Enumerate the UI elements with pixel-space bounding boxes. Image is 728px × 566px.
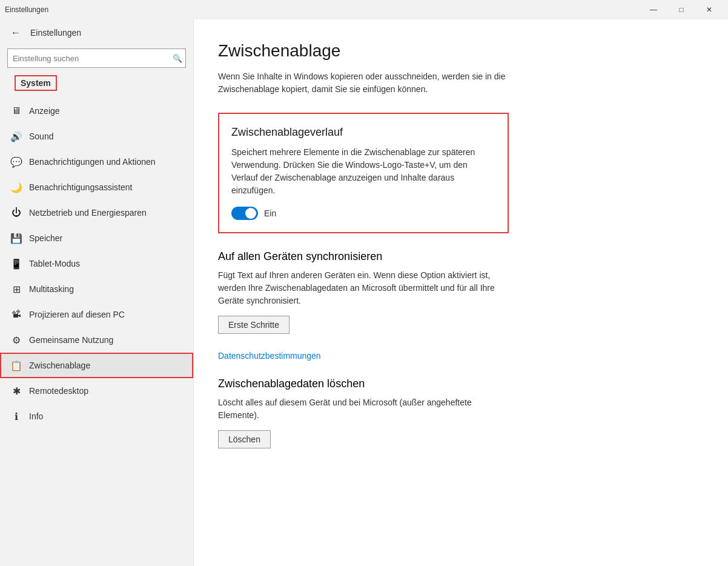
sidebar-item-nutzung[interactable]: ⚙ Gemeinsame Nutzung <box>0 327 193 353</box>
history-toggle[interactable] <box>231 207 258 220</box>
sync-section-title: Auf allen Geräten synchronisieren <box>218 250 509 263</box>
titlebar-controls: — □ ✕ <box>640 0 723 19</box>
app-container: ← Einstellungen 🔍 System 🖥 Anzeige 🔊 Sou… <box>0 19 728 566</box>
titlebar: Einstellungen — □ ✕ <box>0 0 728 19</box>
sync-section: Auf allen Geräten synchronisieren Fügt T… <box>218 250 509 334</box>
privacy-link[interactable]: Datenschutzbestimmungen <box>218 351 321 361</box>
sidebar-app-title: Einstellungen <box>30 28 81 38</box>
search-input[interactable] <box>7 48 186 68</box>
sidebar-item-anzeige[interactable]: 🖥 Anzeige <box>0 98 193 124</box>
page-title: Zwischenablage <box>218 41 704 61</box>
content-area: Zwischenablage Wenn Sie Inhalte in Windo… <box>194 19 728 566</box>
sidebar-item-label-projizieren: Projizieren auf diesen PC <box>29 310 125 319</box>
projizieren-icon: 📽 <box>11 309 22 320</box>
delete-section-desc: Löscht alles auf diesem Gerät und bei Mi… <box>218 396 509 422</box>
sidebar-item-label-remotedesktop: Remotedesktop <box>29 386 88 396</box>
sidebar-top: ← Einstellungen <box>0 19 193 46</box>
toggle-row: Ein <box>231 207 495 220</box>
sidebar-item-benachrichtigungen[interactable]: 💬 Benachrichtigungen und Aktionen <box>0 149 193 175</box>
nav-list: 🖥 Anzeige 🔊 Sound 💬 Benachrichtigungen u… <box>0 98 193 429</box>
privacy-section: Datenschutzbestimmungen <box>218 351 704 361</box>
assistent-icon: 🌙 <box>11 182 22 193</box>
sidebar-item-netzbetrieb[interactable]: ⏻ Netzbetrieb und Energiesparen <box>0 200 193 225</box>
sync-section-desc: Fügt Text auf Ihren anderen Geräten ein.… <box>218 269 509 307</box>
sidebar-item-sound[interactable]: 🔊 Sound <box>0 124 193 149</box>
history-section-title: Zwischenablageverlauf <box>231 126 495 139</box>
sidebar-item-label-tablet: Tablet-Modus <box>29 259 80 268</box>
sidebar-item-label-multitasking: Multitasking <box>29 284 74 294</box>
search-box: 🔍 <box>7 48 186 68</box>
sidebar-item-tablet[interactable]: 📱 Tablet-Modus <box>0 251 193 276</box>
sidebar-item-multitasking[interactable]: ⊞ Multitasking <box>0 276 193 302</box>
sidebar-item-label-assistent: Benachrichtigungsassistent <box>29 182 132 192</box>
erste-schritte-button[interactable]: Erste Schritte <box>218 316 290 334</box>
sidebar-item-label-speicher: Speicher <box>29 233 62 243</box>
benachrichtigungen-icon: 💬 <box>11 156 22 167</box>
sidebar-item-label-anzeige: Anzeige <box>29 106 60 116</box>
speicher-icon: 💾 <box>11 233 22 244</box>
multitasking-icon: ⊞ <box>11 284 22 295</box>
anzeige-icon: 🖥 <box>11 105 22 116</box>
sound-icon: 🔊 <box>11 131 22 142</box>
netzbetrieb-icon: ⏻ <box>11 207 22 218</box>
sidebar-item-speicher[interactable]: 💾 Speicher <box>0 225 193 251</box>
minimize-button[interactable]: — <box>640 0 667 19</box>
loeschen-button[interactable]: Löschen <box>218 430 271 448</box>
nutzung-icon: ⚙ <box>11 335 22 345</box>
sidebar-item-label-benachrichtigungen: Benachrichtigungen und Aktionen <box>29 157 156 167</box>
history-section-desc: Speichert mehrere Elemente in die Zwisch… <box>231 146 495 197</box>
delete-section: Zwischenablagedaten löschen Löscht alles… <box>218 378 509 448</box>
sidebar-item-label-netzbetrieb: Netzbetrieb und Energiesparen <box>29 208 147 218</box>
zwischenablage-icon: 📋 <box>11 360 22 371</box>
tablet-icon: 📱 <box>11 258 22 269</box>
back-button[interactable]: ← <box>7 24 24 41</box>
sidebar-item-remotedesktop[interactable]: ✱ Remotedesktop <box>0 378 193 404</box>
sidebar: ← Einstellungen 🔍 System 🖥 Anzeige 🔊 Sou… <box>0 19 194 566</box>
sidebar-item-info[interactable]: ℹ Info <box>0 404 193 429</box>
remotedesktop-icon: ✱ <box>11 385 22 396</box>
system-badge: System <box>15 75 57 91</box>
delete-section-title: Zwischenablagedaten löschen <box>218 378 509 390</box>
sidebar-item-zwischenablage[interactable]: 📋 Zwischenablage <box>0 353 193 378</box>
info-icon: ℹ <box>11 411 22 422</box>
sidebar-item-label-zwischenablage: Zwischenablage <box>29 361 90 370</box>
toggle-label: Ein <box>264 208 276 218</box>
system-badge-wrapper: System <box>0 75 193 98</box>
history-card: Zwischenablageverlauf Speichert mehrere … <box>218 113 509 233</box>
titlebar-left: Einstellungen <box>5 5 48 14</box>
close-button[interactable]: ✕ <box>695 0 723 19</box>
sidebar-item-label-nutzung: Gemeinsame Nutzung <box>29 335 113 345</box>
sidebar-item-label-info: Info <box>29 411 43 421</box>
sidebar-item-projizieren[interactable]: 📽 Projizieren auf diesen PC <box>0 302 193 327</box>
maximize-button[interactable]: □ <box>667 0 695 19</box>
page-description: Wenn Sie Inhalte in Windows kopieren ode… <box>218 70 509 96</box>
sidebar-item-assistent[interactable]: 🌙 Benachrichtigungsassistent <box>0 175 193 200</box>
titlebar-title: Einstellungen <box>5 5 48 14</box>
sidebar-item-label-sound: Sound <box>29 132 53 141</box>
